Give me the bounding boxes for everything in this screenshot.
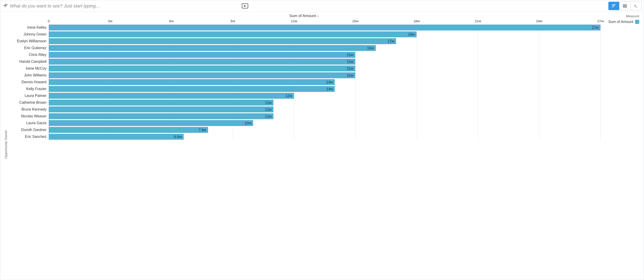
bar-category-label: Nicolas Weaver: [8, 114, 49, 118]
bar-track: 15ᴍ: [49, 59, 600, 65]
bar[interactable]: 18ᴍ: [49, 31, 416, 37]
bar-row: Eric Sanchez6.6ᴍ: [8, 133, 600, 140]
bar-category-label: Chris Riley: [8, 53, 49, 57]
bar-track: 18ᴍ: [49, 31, 600, 37]
bar-track: 11ᴍ: [49, 107, 600, 112]
y-axis-label: Opportunity Owner: [3, 130, 8, 159]
bar-category-label: Bruce Kennedy: [8, 107, 49, 112]
bar[interactable]: 11ᴍ: [49, 113, 274, 119]
bar-category-label: Irene Kelley: [8, 25, 49, 29]
bar-category-label: Harold Campbell: [8, 60, 49, 64]
x-tick: 27ᴍ: [597, 19, 604, 23]
x-tick: 9ᴍ: [230, 19, 235, 23]
bar-category-label: Laura Garza: [8, 121, 49, 125]
bar-row: Catherine Brown11ᴍ: [8, 99, 600, 106]
bars-wrap: Irene Kelley27ᴍJohnny Green18ᴍEvelyn Wil…: [8, 24, 600, 140]
bar-category-label: Kelly Frazier: [8, 87, 49, 91]
x-tick: 12ᴍ: [291, 19, 297, 23]
bar[interactable]: 14ᴍ: [49, 86, 335, 92]
bar-row: Kelly Frazier14ᴍ: [8, 86, 600, 92]
app-frame: Opportunity Owner Sum of Amount ↓ 03ᴍ6ᴍ9…: [0, 0, 644, 280]
x-tick: 3ᴍ: [108, 19, 112, 23]
bar[interactable]: 7.8ᴍ: [49, 127, 208, 133]
bar-category-label: Catherine Brown: [8, 101, 49, 105]
bar-row: Doroth Gardner7.8ᴍ: [8, 127, 600, 133]
topbar: [0, 0, 644, 12]
bar-track: 14ᴍ: [49, 86, 600, 92]
bar[interactable]: 15ᴍ: [49, 59, 355, 65]
bar[interactable]: 11ᴍ: [49, 107, 274, 112]
view-toggle: [608, 1, 642, 10]
svg-rect-1: [612, 4, 616, 5]
bar[interactable]: 15ᴍ: [49, 52, 355, 58]
legend: Measure Sum of Amount: [600, 14, 639, 275]
bar-track: 17ᴍ: [49, 38, 600, 44]
x-tick: 6ᴍ: [169, 19, 174, 23]
saql-mode-button[interactable]: [630, 2, 641, 10]
svg-rect-2: [612, 5, 614, 6]
bar[interactable]: 14ᴍ: [49, 79, 335, 85]
bar-track: 6.6ᴍ: [49, 134, 600, 140]
bar-track: 16ᴍ: [49, 45, 600, 51]
bar-category-label: Johnny Green: [8, 32, 49, 36]
query-input[interactable]: [10, 2, 249, 9]
bar-row: Eric Gutierrez16ᴍ: [8, 45, 600, 51]
sparkle-icon: [2, 3, 8, 9]
query-wrap: [10, 2, 249, 9]
bar-track: 15ᴍ: [49, 65, 600, 71]
svg-marker-0: [244, 5, 246, 7]
x-tick: 18ᴍ: [414, 19, 420, 23]
bar-category-label: Irene McCoy: [8, 66, 49, 71]
bar-row: Nicolas Weaver11ᴍ: [8, 113, 600, 120]
bar-category-label: Dennis Howard: [8, 80, 49, 84]
bar-category-label: Evelyn Williamson: [8, 39, 49, 43]
chart-mode-button[interactable]: [608, 2, 620, 10]
bar-track: 11ᴍ: [49, 113, 600, 119]
bar[interactable]: 10ᴍ: [49, 120, 253, 126]
bar-track: 14ᴍ: [49, 79, 600, 85]
x-tick: 0: [48, 19, 50, 23]
bar-row: Chris Riley15ᴍ: [8, 51, 600, 58]
chart-main: Sum of Amount ↓ 03ᴍ6ᴍ9ᴍ12ᴍ15ᴍ18ᴍ21ᴍ24ᴍ27…: [8, 14, 600, 275]
chart-title: Sum of Amount ↓: [8, 14, 600, 19]
bar-track: 10ᴍ: [49, 120, 600, 126]
x-axis-ticks: 03ᴍ6ᴍ9ᴍ12ᴍ15ᴍ18ᴍ21ᴍ24ᴍ27ᴍ: [8, 19, 600, 24]
x-tick: 15ᴍ: [352, 19, 358, 23]
chart-area: Opportunity Owner Sum of Amount ↓ 03ᴍ6ᴍ9…: [0, 12, 644, 280]
bar[interactable]: 11ᴍ: [49, 100, 274, 106]
bar-category-label: Doroth Gardner: [8, 128, 49, 132]
bar-category-label: Eric Gutierrez: [8, 46, 49, 50]
bar[interactable]: 12ᴍ: [49, 93, 294, 99]
legend-swatch: [635, 20, 639, 24]
legend-item-label: Sum of Amount: [608, 20, 633, 24]
legend-title: Measure: [604, 14, 639, 18]
bar-category-label: Eric Sanchez: [8, 135, 49, 139]
bar-row: Laura Palmer12ᴍ: [8, 92, 600, 99]
bar-track: 12ᴍ: [49, 93, 600, 99]
bar[interactable]: 16ᴍ: [49, 45, 376, 51]
bar-row: Johnny Green18ᴍ: [8, 31, 600, 38]
x-tick: 21ᴍ: [475, 19, 481, 23]
bar-row: Laura Garza10ᴍ: [8, 120, 600, 127]
bar[interactable]: 15ᴍ: [49, 72, 355, 78]
bar-row: John Williams15ᴍ: [8, 72, 600, 79]
bar-category-label: John Williams: [8, 73, 49, 77]
bar-row: Bruce Kennedy11ᴍ: [8, 106, 600, 113]
bar-row: Irene Kelley27ᴍ: [8, 24, 600, 31]
table-mode-button[interactable]: [620, 2, 630, 10]
x-tick: 24ᴍ: [536, 19, 542, 23]
bar-track: 15ᴍ: [49, 72, 600, 78]
bar[interactable]: 15ᴍ: [49, 65, 355, 71]
bar[interactable]: 6.6ᴍ: [49, 134, 184, 140]
bar-row: Harold Campbell15ᴍ: [8, 58, 600, 65]
legend-item[interactable]: Sum of Amount: [604, 20, 639, 24]
svg-rect-4: [623, 4, 626, 7]
bar-row: Dennis Howard14ᴍ: [8, 79, 600, 86]
bar-row: Irene McCoy15ᴍ: [8, 65, 600, 72]
bar[interactable]: 27ᴍ: [49, 24, 600, 30]
bar-track: 15ᴍ: [49, 52, 600, 58]
run-query-button[interactable]: [242, 3, 248, 8]
svg-rect-3: [612, 6, 614, 7]
bar-category-label: Laura Palmer: [8, 94, 49, 98]
bar[interactable]: 17ᴍ: [49, 38, 396, 44]
